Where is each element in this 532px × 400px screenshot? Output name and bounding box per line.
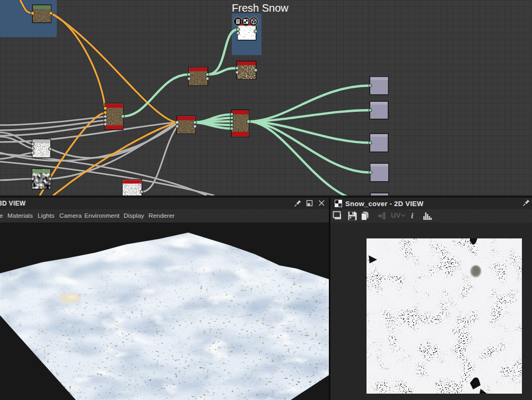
svg-text:UV: UV (391, 211, 400, 219)
svg-text:Fresh Snow: Fresh Snow (232, 2, 289, 14)
svg-text:i: i (411, 211, 414, 220)
